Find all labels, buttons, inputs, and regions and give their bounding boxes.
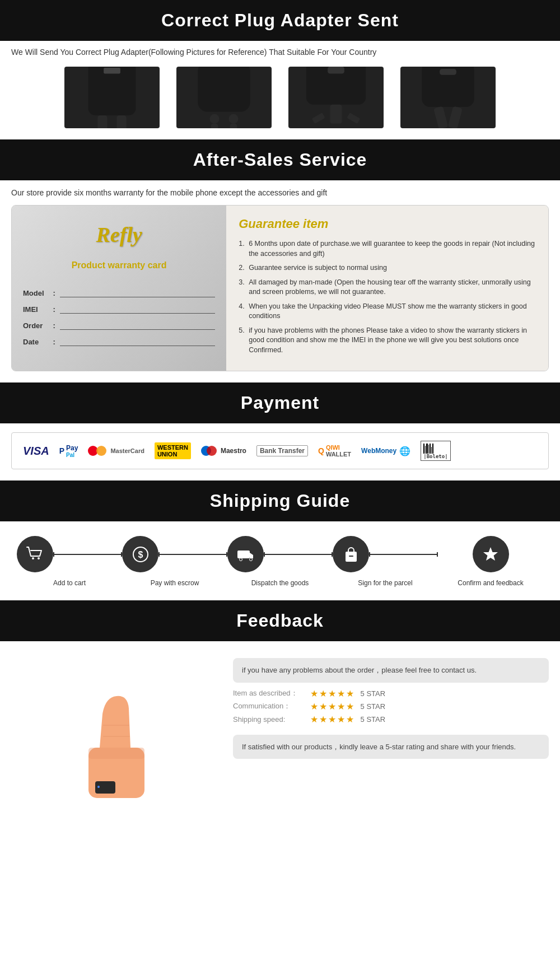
guarantee-title: Guarantee item <box>239 217 536 231</box>
svg-rect-10 <box>330 105 342 124</box>
mastercard-payment: MasterCard <box>88 446 144 456</box>
warranty-field-model: Model : <box>23 289 215 297</box>
warranty-fields: Model : IMEI : Order : Date : <box>23 289 215 354</box>
western-union-payment: WESTERNUNION <box>155 442 191 459</box>
svg-point-5 <box>210 114 220 124</box>
guarantee-item-5: if you have problems with the phones Ple… <box>239 326 536 356</box>
step-sign-parcel: Sign for the parcel <box>333 536 438 587</box>
thumbs-up-graphic <box>55 652 178 809</box>
svg-point-18 <box>32 557 34 559</box>
cart-icon <box>26 545 45 564</box>
plug-adapter-header: Correct Plug Adapter Sent <box>0 0 560 41</box>
warranty-field-order: Order : <box>23 321 215 330</box>
svg-rect-31 <box>88 748 144 759</box>
svg-rect-16 <box>448 106 463 128</box>
step-dispatch: Dispatch the goods <box>227 536 333 587</box>
after-sales-section: Our store provide six months warranty fo… <box>0 180 560 382</box>
svg-rect-0 <box>88 67 136 115</box>
qiwi-payment: Q QIWI WALLET <box>318 444 351 458</box>
stars-shipping: ★ ★ ★ ★ ★ <box>310 714 354 725</box>
feedback-chat-top: if you have any problems about the order… <box>233 658 549 683</box>
webmoney-payment: WebMoney 🌐 <box>361 446 410 456</box>
step-pay-label: Pay with escrow <box>151 579 199 587</box>
payment-header: Payment <box>0 382 560 423</box>
guarantee-list: 6 Months upon date of purchase.we will g… <box>239 239 536 355</box>
plug-images-row <box>0 61 560 139</box>
guarantee-item-1: 6 Months upon date of purchase.we will g… <box>239 239 536 259</box>
step-confirm-feedback: Confirm and feedback <box>438 536 543 587</box>
plug-uk <box>288 67 384 128</box>
star-count-communication: 5 STAR <box>358 702 385 711</box>
warranty-card: Refly Product warranty card Model : IMEI… <box>11 205 549 371</box>
feedback-left <box>11 652 222 809</box>
rating-label-described: Item as described： <box>233 688 306 698</box>
feedback-section: if you have any problems about the order… <box>0 641 560 826</box>
shipping-section: Add to cart $ Pay with escrow <box>0 521 560 600</box>
svg-rect-4 <box>198 67 250 112</box>
rating-row-shipping: Shipping speed: ★ ★ ★ ★ ★ 5 STAR <box>233 714 549 725</box>
shipping-steps: Add to cart $ Pay with escrow <box>11 530 549 587</box>
guarantee-item-2: Guarantee service is subject to normal u… <box>239 263 536 273</box>
dollar-icon: $ <box>131 545 150 564</box>
feedback-right: if you have any problems about the order… <box>233 652 549 809</box>
step-sign-label: Sign for the parcel <box>358 579 412 587</box>
svg-rect-7 <box>211 124 218 128</box>
payment-methods: VISA P Pay Pal MasterCard WESTERNUNION M… <box>11 432 549 469</box>
plug-adapter-intro: We Will Send You Correct Plug Adapter(Fo… <box>0 41 560 61</box>
svg-rect-11 <box>312 113 325 124</box>
svg-text:$: $ <box>138 550 143 559</box>
plug-us <box>64 67 160 128</box>
rating-label-shipping: Shipping speed: <box>233 715 306 724</box>
star-count-shipping: 5 STAR <box>358 715 385 724</box>
paypal-payment: P Pay Pal <box>59 444 78 458</box>
after-sales-header: After-Sales Service <box>0 139 560 180</box>
refly-brand: Refly <box>96 222 142 247</box>
maestro-payment: Maestro <box>201 446 246 456</box>
boleto-payment: |Boleto| <box>421 441 450 461</box>
rating-label-communication: Communication： <box>233 701 306 711</box>
warranty-field-date: Date : <box>23 338 215 346</box>
star-icon <box>481 545 500 564</box>
svg-rect-13 <box>328 67 344 74</box>
stars-described: ★ ★ ★ ★ ★ <box>310 688 354 699</box>
svg-rect-15 <box>433 106 448 128</box>
star-count-described: 5 STAR <box>358 689 385 698</box>
guarantee-item-4: When you take the Unpacking video Please… <box>239 302 536 321</box>
stars-communication: ★ ★ ★ ★ ★ <box>310 701 354 712</box>
svg-point-24 <box>249 558 252 561</box>
plug-eu <box>176 67 272 128</box>
after-sales-intro: Our store provide six months warranty fo… <box>11 188 549 197</box>
step-dispatch-label: Dispatch the goods <box>251 579 309 587</box>
step-confirm-label: Confirm and feedback <box>458 579 523 587</box>
truck-icon <box>236 545 255 564</box>
svg-rect-2 <box>117 115 127 128</box>
step-add-to-cart-label: Add to cart <box>53 579 86 587</box>
plug-au <box>400 67 496 128</box>
payment-section: VISA P Pay Pal MasterCard WESTERNUNION M… <box>0 423 560 480</box>
svg-point-33 <box>97 786 100 788</box>
feedback-ratings: Item as described： ★ ★ ★ ★ ★ 5 STAR Comm… <box>233 688 549 727</box>
svg-point-23 <box>239 558 242 561</box>
svg-rect-17 <box>440 69 456 75</box>
step-pay-escrow: $ Pay with escrow <box>122 536 227 587</box>
bag-icon <box>342 545 361 564</box>
svg-rect-26 <box>349 556 353 557</box>
svg-point-19 <box>38 557 40 559</box>
svg-rect-12 <box>347 113 360 124</box>
rating-row-described: Item as described： ★ ★ ★ ★ ★ 5 STAR <box>233 688 549 699</box>
bank-transfer-payment: Bank Transfer <box>256 445 308 456</box>
svg-rect-22 <box>237 551 250 558</box>
svg-rect-1 <box>98 115 108 128</box>
svg-rect-8 <box>230 124 237 128</box>
feedback-chat-bottom: If satisfied with our products，kindly le… <box>233 735 549 759</box>
svg-rect-3 <box>104 68 120 74</box>
warranty-field-imei: IMEI : <box>23 305 215 314</box>
svg-point-6 <box>229 114 239 124</box>
rating-row-communication: Communication： ★ ★ ★ ★ ★ 5 STAR <box>233 701 549 712</box>
step-add-to-cart: Add to cart <box>17 536 122 587</box>
warranty-right-panel: Guarantee item 6 Months upon date of pur… <box>226 206 548 371</box>
feedback-header: Feedback <box>0 600 560 641</box>
visa-payment: VISA <box>23 445 49 458</box>
warranty-left-panel: Refly Product warranty card Model : IMEI… <box>12 206 226 371</box>
warranty-card-title: Product warranty card <box>72 260 167 270</box>
